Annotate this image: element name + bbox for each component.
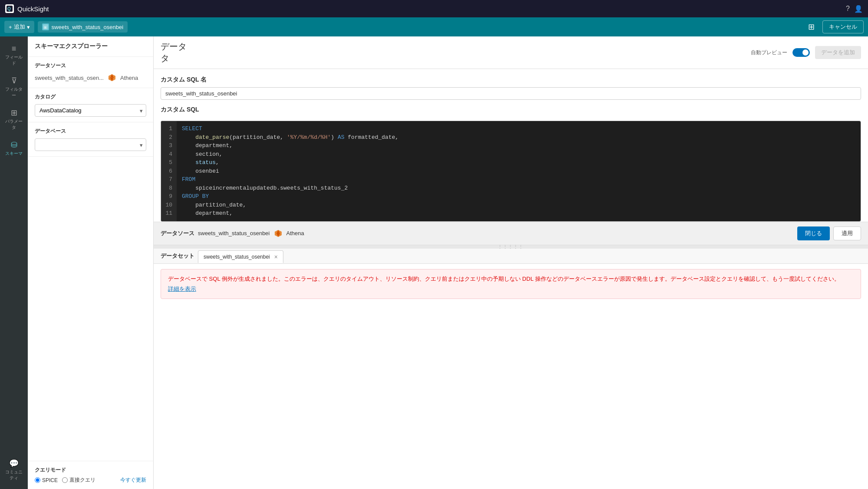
dataset-tab-name: sweets_with_status_osenbei — [204, 254, 270, 260]
datasource-bar-name: sweets_with_status_osenbei — [198, 230, 270, 236]
sidebar-item-community-label: コミュニティ — [3, 469, 24, 481]
sidebar-item-field-label: フィールド — [3, 54, 24, 66]
sidebar-bottom: 💬 コミュニティ — [2, 455, 26, 485]
database-select[interactable] — [35, 138, 146, 151]
query-mode-title: クエリモード — [35, 466, 146, 474]
database-select-wrapper[interactable] — [35, 138, 146, 151]
sidebar-item-filter-label: フィルター — [3, 86, 24, 98]
sidebar-item-param[interactable]: ⊞ パラメータ — [2, 105, 26, 134]
top-bar: Q QuickSight ? 👤 — [0, 0, 868, 17]
datasource-row: sweets_with_status_osen... Athena — [35, 73, 146, 82]
datasource-bar: データソース sweets_with_status_osenbei Athena… — [154, 222, 868, 245]
athena-icon — [107, 73, 117, 82]
athena-label: Athena — [120, 75, 138, 81]
sql-editor-wrapper: 1 2 3 4 5 6 7 8 9 10 11 SELECT — [161, 121, 861, 222]
schema-panel-header: スキーマエクスプローラー — [28, 36, 153, 57]
auto-preview-label: 自動プレビュー — [751, 49, 787, 56]
sidebar-item-schema-label: スキーマ — [5, 151, 23, 157]
catalog-select[interactable]: AwsDataCatalog — [35, 104, 146, 117]
community-icon: 💬 — [9, 459, 19, 468]
sql-name-section: カスタム SQL 名 — [161, 76, 861, 100]
datasource-section: データソース sweets_with_status_osen... Athena — [28, 57, 153, 88]
tab-close-icon[interactable]: × — [274, 253, 278, 260]
datasource-bar-left: データソース sweets_with_status_osenbei Athena — [161, 229, 304, 238]
filter-icon: ⊽ — [11, 76, 17, 85]
database-section: データベース — [28, 122, 153, 157]
spice-radio-label[interactable]: SPICE — [35, 477, 58, 483]
dataset-name: sweets_with_status_osenbei — [52, 24, 124, 30]
sql-code[interactable]: SELECT date_parse(partition_date, '%Y/%m… — [177, 121, 861, 221]
add-data-button: データを追加 — [815, 46, 861, 59]
sidebar-item-filter[interactable]: ⊽ フィルター — [2, 72, 26, 102]
error-box: データベースで SQL 例外が生成されました。このエラーは、クエリのタイムアウト… — [161, 269, 861, 299]
error-detail-link[interactable]: 詳細を表示 — [168, 285, 854, 293]
grid-icon[interactable]: ⊞ — [808, 22, 815, 32]
datasource-section-title: データソース — [35, 62, 146, 69]
sql-area: カスタム SQL 名 カスタム SQL 1 2 3 4 5 6 7 8 — [154, 69, 868, 222]
update-link[interactable]: 今すぐ更新 — [120, 476, 146, 484]
field-icon: ≡ — [12, 44, 16, 53]
app-logo: Q — [5, 4, 14, 13]
sql-label: カスタム SQL — [161, 106, 861, 114]
dataset-section: データセット sweets_with_status_osenbei × データベ… — [154, 249, 868, 489]
plus-icon: + — [9, 24, 12, 30]
sql-editor[interactable]: 1 2 3 4 5 6 7 8 9 10 11 SELECT — [161, 121, 861, 221]
sql-name-label: カスタム SQL 名 — [161, 76, 861, 84]
datasource-name: sweets_with_status_osen... — [35, 75, 104, 81]
catalog-select-wrapper[interactable]: AwsDataCatalog — [35, 104, 146, 117]
direct-radio-label[interactable]: 直接クエリ — [62, 476, 95, 484]
catalog-section-title: カタログ — [35, 93, 146, 101]
dataset-tab-label: データセット — [161, 249, 194, 263]
line-numbers: 1 2 3 4 5 6 7 8 9 10 11 — [161, 121, 177, 221]
sql-name-input[interactable] — [161, 87, 861, 100]
param-icon: ⊞ — [11, 108, 17, 118]
top-bar-right: ? 👤 — [846, 5, 863, 13]
schema-panel: スキーマエクスプローラー データソース sweets_with_status_o… — [28, 36, 154, 489]
sidebar-item-schema[interactable]: ⛁ スキーマ — [2, 137, 26, 160]
add-button[interactable]: + 追加 ▾ — [4, 21, 34, 33]
main-content: データタ 自動プレビュー データを追加 カスタム SQL 名 カスタム SQL … — [154, 36, 868, 489]
drag-handle[interactable]: ⋮⋮⋮⋮⋮ — [154, 245, 868, 249]
main-layout: ≡ フィールド ⊽ フィルター ⊞ パラメータ ⛁ スキーマ 💬 コミュニティ … — [0, 36, 868, 489]
schema-spacer — [28, 157, 153, 461]
database-section-title: データベース — [35, 128, 146, 135]
top-bar-left: Q QuickSight — [5, 4, 49, 13]
sidebar-item-community[interactable]: 💬 コミュニティ — [2, 455, 26, 485]
auto-preview-toggle[interactable] — [792, 48, 810, 57]
datasource-bar-engine: Athena — [286, 230, 304, 236]
sidebar-item-field[interactable]: ≡ フィールド — [2, 41, 26, 70]
close-button[interactable]: 閉じる — [797, 226, 830, 240]
cancel-button[interactable]: キャンセル — [822, 20, 864, 33]
spice-radio[interactable] — [35, 477, 40, 483]
data-header-right: 自動プレビュー データを追加 — [751, 46, 861, 59]
datasource-bar-label: データソース — [161, 230, 194, 237]
svg-text:⊞: ⊞ — [44, 26, 47, 30]
apply-button[interactable]: 適用 — [833, 226, 861, 240]
help-icon[interactable]: ? — [846, 5, 850, 13]
sidebar-item-param-label: パラメータ — [3, 118, 24, 131]
user-icon[interactable]: 👤 — [854, 5, 863, 13]
data-title: データタ — [161, 41, 187, 64]
datasource-bar-right: 閉じる 適用 — [797, 226, 861, 240]
query-mode-row: SPICE 直接クエリ 今すぐ更新 — [35, 476, 146, 484]
query-mode-section: クエリモード SPICE 直接クエリ 今すぐ更新 — [28, 461, 153, 489]
dataset-icon: ⊞ — [42, 23, 49, 30]
second-bar-right: ⊞ キャンセル — [808, 20, 864, 33]
dataset-tag: ⊞ sweets_with_status_osenbei — [38, 21, 128, 33]
dataset-tab[interactable]: sweets_with_status_osenbei × — [198, 250, 283, 263]
catalog-section: カタログ AwsDataCatalog — [28, 88, 153, 122]
second-bar-left: + 追加 ▾ ⊞ sweets_with_status_osenbei — [4, 21, 128, 33]
svg-text:Q: Q — [7, 7, 11, 11]
datasource-bar-athena-icon — [273, 229, 283, 238]
left-sidebar: ≡ フィールド ⊽ フィルター ⊞ パラメータ ⛁ スキーマ 💬 コミュニティ — [0, 36, 28, 489]
second-bar: + 追加 ▾ ⊞ sweets_with_status_osenbei ⊞ キャ… — [0, 17, 868, 36]
dataset-tabs: データセット sweets_with_status_osenbei × — [154, 249, 868, 264]
chevron-down-icon: ▾ — [27, 24, 30, 30]
error-message: データベースで SQL 例外が生成されました。このエラーは、クエリのタイムアウト… — [168, 276, 840, 282]
direct-radio[interactable] — [62, 477, 68, 483]
schema-icon: ⛁ — [11, 140, 17, 150]
app-title: QuickSight — [17, 5, 49, 13]
data-header: データタ 自動プレビュー データを追加 — [154, 36, 868, 69]
